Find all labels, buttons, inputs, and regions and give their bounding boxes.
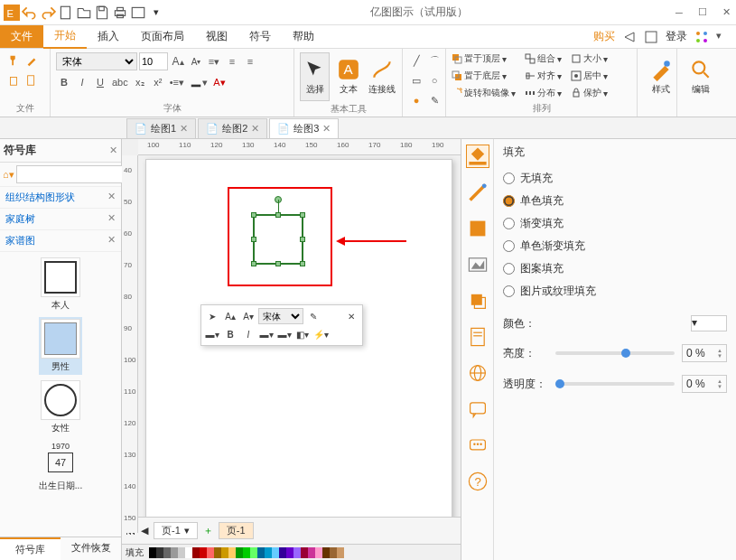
page-tab-next[interactable]: 页-1 (219, 522, 254, 539)
increase-font-icon[interactable]: A▴ (170, 53, 186, 70)
rotate-flip[interactable]: 旋转和镜像▾ (452, 87, 516, 99)
arc-shape-icon[interactable]: ⌒ (426, 52, 443, 69)
rect-shape-icon[interactable]: ▭ (408, 72, 424, 89)
align-btn[interactable]: 对齐▾ (525, 70, 562, 82)
panel-close-icon[interactable]: ✕ (109, 145, 117, 156)
print-icon[interactable] (112, 5, 128, 21)
pencil-icon[interactable]: ✎ (426, 92, 443, 108)
undo-icon[interactable] (22, 5, 38, 21)
ribbon-collapse-icon[interactable]: ▾ (716, 30, 731, 44)
color-swatch[interactable] (265, 547, 272, 558)
bring-to-front[interactable]: 置于顶层▾ (452, 52, 516, 65)
symbol-male[interactable]: 男性 (39, 317, 82, 375)
panel-help-icon[interactable]: ? (466, 470, 489, 493)
share-icon[interactable] (622, 30, 637, 44)
distribute-btn[interactable]: 分布▾ (525, 87, 562, 99)
center-btn[interactable]: 居中▾ (571, 70, 608, 82)
fill-option-5[interactable]: 图片或纹理填充 (503, 280, 727, 303)
decrease-font-icon[interactable]: A▾ (188, 53, 204, 70)
panel-layer-icon[interactable] (466, 289, 489, 313)
bold-icon[interactable]: B (56, 74, 72, 90)
category-genealogy[interactable]: 家谱图✕ (0, 230, 121, 252)
color-swatch[interactable] (178, 547, 185, 558)
style-button[interactable]: 样式 (643, 52, 679, 101)
ft-line-icon[interactable]: ▬▾ (258, 326, 275, 342)
oval-shape-icon[interactable]: ○ (426, 72, 443, 89)
fill-option-0[interactable]: 无填充 (503, 167, 727, 190)
prev-page-icon[interactable]: ◀ (141, 525, 148, 537)
color-swatch[interactable] (192, 547, 200, 558)
color-palette[interactable] (149, 547, 344, 558)
tab-recovery[interactable]: 文件恢复 (61, 537, 121, 560)
ft-smart-icon[interactable]: ⚡▾ (312, 326, 329, 342)
tab-symlib[interactable]: 符号库 (0, 537, 61, 560)
color-swatch[interactable] (279, 547, 286, 558)
protect-btn[interactable]: 保护▾ (571, 87, 608, 99)
color-swatch[interactable] (293, 547, 301, 558)
ft-close-icon[interactable]: ✕ (343, 308, 359, 324)
opacity-value[interactable]: 0 %▲▼ (682, 375, 727, 393)
format-painter-icon[interactable] (5, 52, 22, 69)
brightness-slider[interactable] (555, 351, 675, 355)
font-size-input[interactable] (139, 52, 168, 70)
color-swatch[interactable] (200, 547, 207, 558)
category-org-chart[interactable]: 组织结构图形状✕ (0, 187, 121, 209)
highlight-icon[interactable]: ▾ (188, 74, 210, 90)
fill-option-2[interactable]: 渐变填充 (503, 212, 727, 235)
drawing-page[interactable]: ➤ A▴ A▾ 宋体 ✎ ✕ ▬▾ B I ▬▾ ▬▾ ◧▾ ⚡▾ (145, 159, 452, 517)
symbol-birthdate[interactable]: 出生日期... (37, 478, 84, 494)
color-swatch[interactable] (337, 547, 344, 558)
color-swatch[interactable] (228, 547, 236, 558)
remove-cat-icon[interactable]: ✕ (107, 234, 116, 247)
font-name-select[interactable]: 宋体 (56, 52, 137, 70)
add-page-icon[interactable]: ＋ (203, 524, 213, 537)
canvas-viewport[interactable]: ➤ A▴ A▾ 宋体 ✎ ✕ ▬▾ B I ▬▾ ▬▾ ◧▾ ⚡▾ (138, 155, 461, 517)
edit-button[interactable]: 编辑 (683, 52, 719, 101)
close-tab-icon[interactable]: ✕ (180, 123, 188, 135)
circle-fill-icon[interactable]: ● (408, 92, 424, 108)
save-icon[interactable] (94, 5, 110, 21)
line-shape-icon[interactable]: ╱ (408, 52, 424, 69)
close-icon[interactable]: ✕ (720, 6, 732, 19)
ft-theme-icon[interactable]: ◧▾ (294, 326, 311, 342)
menu-symbol[interactable]: 符号 (238, 25, 282, 48)
ft-decrease-font[interactable]: A▾ (240, 308, 256, 324)
bullets-icon[interactable]: •≡▾ (168, 74, 186, 90)
app-switch-icon[interactable] (694, 30, 709, 44)
menu-view[interactable]: 视图 (195, 25, 238, 48)
color-swatch[interactable] (286, 547, 293, 558)
fill-option-1[interactable]: 单色填充 (503, 190, 727, 212)
size-btn[interactable]: 大小▾ (571, 52, 608, 65)
paste-icon[interactable] (23, 72, 40, 89)
buy-link[interactable]: 购买 (593, 29, 615, 44)
subscript-icon[interactable]: x₂ (132, 74, 148, 90)
ft-font-select[interactable]: 宋体 (258, 308, 303, 324)
panel-shadow-icon[interactable] (466, 217, 489, 240)
selected-shape[interactable] (253, 214, 303, 265)
preview-icon[interactable] (130, 5, 146, 21)
italic-icon[interactable]: I (74, 74, 90, 90)
color-swatch[interactable] (308, 547, 315, 558)
close-tab-icon[interactable]: ✕ (322, 123, 331, 135)
copy-icon[interactable] (5, 72, 22, 89)
color-swatch[interactable] (171, 547, 178, 558)
opacity-slider[interactable] (555, 382, 675, 386)
menu-help[interactable]: 帮助 (282, 25, 325, 48)
color-swatch[interactable] (207, 547, 214, 558)
new-icon[interactable] (58, 5, 74, 21)
panel-web-icon[interactable] (466, 361, 489, 385)
doc-tab-2[interactable]: 📄绘图2✕ (198, 118, 267, 138)
maximize-icon[interactable]: ☐ (696, 6, 709, 19)
ft-brush-icon[interactable]: ✎ (305, 308, 321, 324)
panel-line-icon[interactable] (466, 181, 489, 204)
color-swatch[interactable] (149, 547, 156, 558)
strikethrough-icon[interactable]: abc (110, 74, 130, 90)
panel-page-icon[interactable] (466, 325, 489, 349)
color-swatch[interactable] (322, 547, 330, 558)
color-swatch[interactable] (236, 547, 243, 558)
font-color-icon[interactable]: A▾ (211, 74, 228, 90)
superscript-icon[interactable]: x² (150, 74, 166, 90)
color-picker[interactable]: ▾ (691, 315, 727, 331)
file-menu[interactable]: 文件 (0, 25, 43, 48)
doc-tab-3[interactable]: 📄绘图3✕ (269, 118, 339, 138)
